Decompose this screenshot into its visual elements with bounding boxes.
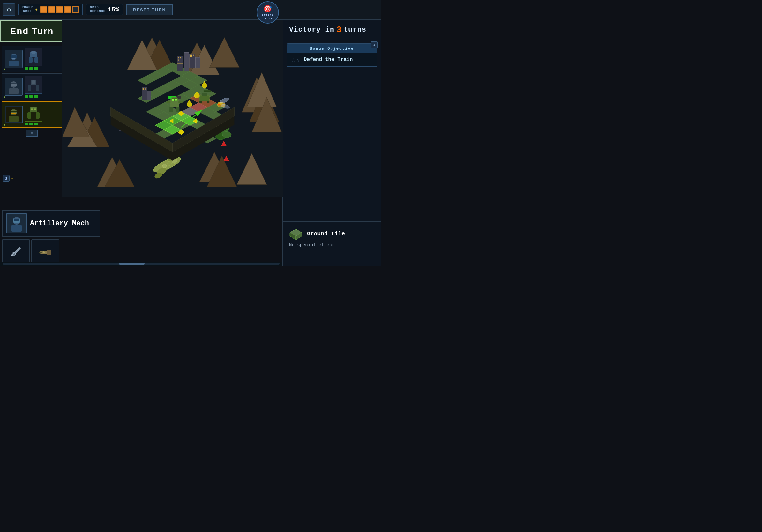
bonus-objective-content: ☆☆ Defend the Train <box>287 53 377 66</box>
grid-defense-value: 15% <box>108 6 119 13</box>
victory-text-suffix: turns <box>344 26 366 34</box>
grid-defense-group: GRID DEFENSE 15% <box>86 4 123 15</box>
svg-point-33 <box>31 108 33 110</box>
bonus-objective-description: Defend the Train <box>304 57 353 62</box>
reset-turn-button[interactable]: RESET TURN <box>126 4 173 15</box>
status-bar <box>34 95 38 98</box>
equipment-slot-1[interactable] <box>2 239 30 265</box>
svg-point-22 <box>32 80 36 84</box>
svg-rect-12 <box>31 51 36 54</box>
svg-point-34 <box>34 108 36 110</box>
power-grid-label: POWER GRID <box>22 6 33 13</box>
svg-rect-25 <box>9 116 19 122</box>
power-bar-2 <box>48 6 55 13</box>
turn-number: 3 <box>3 175 10 182</box>
svg-rect-28 <box>12 113 16 114</box>
pilot-avatar-3 <box>5 105 23 123</box>
right-panel: Victory in 3 turns Bonus Objective ☆☆ De… <box>282 0 381 266</box>
gear-icon: ⚙ <box>7 6 11 14</box>
victory-text-prefix: Victory in <box>289 26 335 34</box>
svg-rect-132 <box>145 88 146 90</box>
collapse-button[interactable]: ▲ <box>371 41 378 48</box>
victory-number: 3 <box>336 25 342 35</box>
svg-rect-151 <box>199 96 209 101</box>
grid-defense-label: GRID DEFENSE <box>90 6 106 13</box>
ground-tile-name: Ground Tile <box>307 231 345 237</box>
svg-rect-31 <box>28 112 31 119</box>
svg-rect-11 <box>35 57 38 62</box>
settings-button[interactable]: ⚙ <box>3 3 15 16</box>
ground-tile-description: No special effect. <box>289 242 375 247</box>
svg-rect-38 <box>12 225 22 232</box>
turn-counter: 3 ⚠ <box>3 175 13 182</box>
svg-rect-40 <box>14 219 19 221</box>
mech-avatar <box>6 213 27 233</box>
svg-rect-153 <box>203 90 211 92</box>
svg-rect-123 <box>180 57 181 59</box>
pilot-avatar-2 <box>5 78 23 96</box>
scroll-track <box>3 263 279 265</box>
status-bar <box>34 67 38 70</box>
bonus-stars: ☆☆ <box>292 56 301 63</box>
power-bar-1 <box>40 6 47 13</box>
status-bar <box>25 67 29 70</box>
bonus-objective-header: Bonus Objective <box>287 44 377 53</box>
pilot-card-3[interactable]: ▲ <box>2 101 62 128</box>
bonus-objective-box: Bonus Objective ☆☆ Defend the Train <box>286 43 377 67</box>
svg-rect-146 <box>176 107 179 112</box>
end-turn-button[interactable]: End Turn <box>0 20 64 42</box>
pilot-card-2[interactable]: ▲ <box>2 73 62 100</box>
ground-tile-row: Ground Tile <box>289 228 375 240</box>
scroll-thumb[interactable] <box>119 263 145 265</box>
power-grid-group: POWER GRID ⚡ <box>18 4 83 15</box>
svg-rect-120 <box>184 52 189 71</box>
status-bar <box>25 123 29 125</box>
warning-icon: ⚠ <box>11 176 13 181</box>
ground-tile-panel: Ground Tile No special effect. <box>282 221 381 253</box>
bonus-objective-title: Bonus Objective <box>310 46 354 51</box>
ground-tile-icon <box>289 228 302 240</box>
mech-name: Artillery Mech <box>30 220 89 228</box>
svg-rect-145 <box>170 107 173 112</box>
svg-point-139 <box>222 131 231 138</box>
mech-info-bar: Artillery Mech <box>2 210 100 237</box>
svg-rect-147 <box>167 101 171 103</box>
attack-order-icon: 🎯 <box>263 5 272 13</box>
attack-order-label: ATTACK ORDER <box>262 14 274 21</box>
svg-rect-5 <box>9 61 19 66</box>
attack-order-button[interactable]: 🎯 ATTACK ORDER <box>257 1 279 24</box>
svg-rect-20 <box>28 85 31 91</box>
mech-thumb-2 <box>25 76 42 94</box>
svg-rect-21 <box>36 85 39 91</box>
svg-rect-127 <box>190 54 192 57</box>
game-map[interactable] <box>62 18 283 197</box>
svg-rect-148 <box>178 101 183 103</box>
svg-rect-154 <box>199 101 202 103</box>
svg-rect-35 <box>31 106 36 108</box>
svg-rect-128 <box>193 54 194 56</box>
svg-point-150 <box>175 99 177 101</box>
mech-thumb-1 <box>25 48 42 66</box>
svg-rect-17 <box>11 83 17 84</box>
equipment-slot-2[interactable] <box>31 239 59 265</box>
svg-point-175 <box>162 164 167 168</box>
svg-rect-122 <box>178 57 179 59</box>
status-bar <box>29 95 33 98</box>
svg-point-161 <box>219 104 221 105</box>
left-panel: ▲ <box>0 45 64 138</box>
pilot-card-1[interactable]: ▲ <box>2 46 62 72</box>
svg-rect-7 <box>11 55 17 58</box>
status-bar <box>34 123 38 125</box>
svg-rect-48 <box>47 250 51 255</box>
power-bar-5 <box>72 6 79 13</box>
pilot-list-scroll-down[interactable]: ▼ <box>0 129 64 138</box>
svg-rect-130 <box>147 91 151 100</box>
svg-rect-131 <box>143 88 144 90</box>
chevron-up-icon: ▲ <box>4 123 5 127</box>
lightning-icon: ⚡ <box>35 6 38 13</box>
mech-thumb-3 <box>25 104 42 121</box>
svg-rect-124 <box>178 59 179 61</box>
svg-rect-10 <box>29 57 33 62</box>
scrollbar[interactable] <box>0 262 282 266</box>
bottom-left-panel: 3 ⚠ Artillery Mech <box>0 209 102 266</box>
